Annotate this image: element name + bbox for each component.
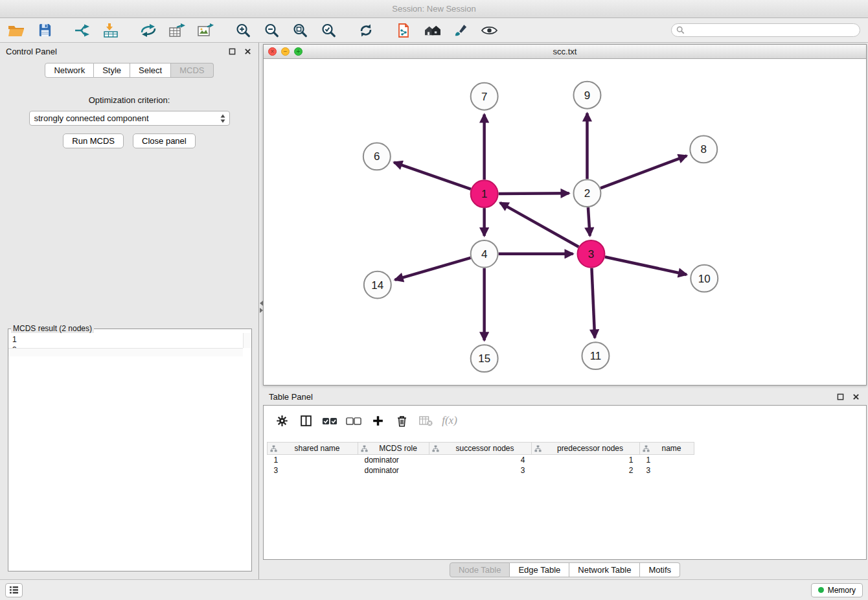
minimize-window-icon[interactable]: − — [281, 47, 290, 56]
graph-node-7[interactable]: 7 — [471, 83, 498, 110]
graph-node-9[interactable]: 9 — [573, 82, 600, 109]
table-cell[interactable]: 3 — [268, 465, 358, 476]
import-network-button[interactable] — [71, 21, 93, 40]
edge-1-6[interactable] — [394, 163, 471, 189]
graph-node-10[interactable]: 10 — [691, 265, 718, 292]
tab-network-table[interactable]: Network Table — [569, 562, 640, 577]
apply-layout-button[interactable] — [355, 21, 377, 40]
close-panel-button[interactable]: Close panel — [133, 133, 196, 148]
export-network-button[interactable] — [137, 21, 159, 40]
control-panel-header: Control Panel — [0, 43, 258, 60]
delete-table-button[interactable] — [417, 411, 435, 430]
table-cell[interactable]: 1 — [268, 455, 358, 465]
zoom-in-button[interactable] — [232, 21, 254, 40]
tab-mcds[interactable]: MCDS — [171, 63, 213, 78]
table-cell[interactable]: 3 — [429, 465, 532, 476]
table-cell[interactable]: 4 — [429, 455, 532, 465]
show-hide-button[interactable] — [478, 21, 500, 40]
graph-node-6[interactable]: 6 — [363, 143, 391, 170]
open-file-button[interactable] — [5, 21, 27, 40]
svg-text:3: 3 — [588, 248, 594, 260]
edge-3-11[interactable] — [591, 268, 595, 338]
import-table-button[interactable] — [100, 21, 122, 40]
unselect-all-columns-button[interactable] — [345, 411, 363, 430]
graph-node-14[interactable]: 14 — [364, 271, 391, 299]
column-header-successor-nodes[interactable]: successor nodes — [429, 443, 532, 455]
graph-node-8[interactable]: 8 — [690, 136, 717, 163]
right-workspace: × − + scc.txt 79681243141015 — [259, 43, 868, 579]
panel-selector-button[interactable] — [5, 583, 23, 597]
svg-text:14: 14 — [371, 279, 383, 292]
tab-node-table[interactable]: Node Table — [450, 562, 510, 577]
close-window-icon[interactable]: × — [268, 47, 277, 56]
graph-node-4[interactable]: 4 — [471, 240, 498, 268]
memory-button[interactable]: Memory — [811, 583, 863, 597]
network-document-icon — [396, 23, 411, 38]
tab-style[interactable]: Style — [94, 63, 130, 78]
table-panel-float-button[interactable] — [835, 391, 845, 402]
edge-1-2[interactable] — [499, 193, 569, 194]
table-settings-button[interactable] — [273, 411, 291, 430]
table-cell[interactable]: dominator — [358, 465, 429, 476]
tab-motifs[interactable]: Motifs — [640, 562, 680, 577]
table-cell[interactable]: 3 — [640, 465, 694, 476]
tab-edge-table[interactable]: Edge Table — [510, 562, 569, 577]
network-canvas[interactable]: 7968124314101511 — [264, 59, 866, 385]
table-row[interactable]: 1dominator411 — [268, 455, 694, 465]
edge-4-14[interactable] — [395, 258, 471, 280]
edge-2-8[interactable] — [600, 156, 687, 188]
network-window-titlebar[interactable]: × − + scc.txt — [264, 45, 866, 59]
mcds-buttons-row: Run MCDS Close panel — [63, 133, 195, 148]
optimization-criterion-select[interactable]: strongly connected component — [29, 111, 230, 126]
graph-node-2[interactable]: 2 — [573, 179, 600, 207]
plus-icon — [372, 415, 384, 427]
float-window-icon — [229, 48, 236, 55]
selected-option-label: strongly connected component — [34, 113, 149, 123]
table-cell[interactable]: dominator — [358, 455, 429, 465]
network-graph[interactable]: 7968124314101511 — [264, 59, 866, 385]
tab-select[interactable]: Select — [130, 63, 171, 78]
delete-column-button[interactable] — [393, 411, 411, 430]
export-image-button[interactable] — [194, 21, 216, 40]
graph-node-3[interactable]: 3 — [577, 240, 604, 268]
zoom-window-icon[interactable]: + — [294, 47, 303, 56]
control-panel-close-button[interactable] — [242, 46, 253, 56]
zoom-selected-button[interactable] — [317, 21, 339, 40]
save-icon — [38, 23, 52, 38]
add-column-button[interactable] — [369, 411, 387, 430]
open-session-button[interactable] — [393, 21, 415, 40]
column-header-name[interactable]: name — [640, 443, 694, 455]
export-table-button[interactable] — [166, 21, 188, 40]
network-window-title: scc.txt — [264, 47, 866, 56]
tab-network[interactable]: Network — [45, 63, 94, 78]
table-panel-close-button[interactable] — [851, 391, 861, 402]
column-header-predecessor-nodes[interactable]: predecessor nodes — [532, 443, 640, 455]
graph-node-1[interactable]: 1 — [471, 180, 498, 207]
function-builder-button[interactable]: f(x) — [440, 411, 459, 430]
table-cell[interactable]: 1 — [532, 455, 640, 465]
edge-2-3[interactable] — [588, 207, 590, 236]
panel-splitter-handle[interactable] — [259, 301, 263, 314]
run-mcds-button[interactable]: Run MCDS — [63, 133, 124, 148]
zoom-fit-button[interactable] — [289, 21, 311, 40]
edge-3-1[interactable] — [500, 203, 578, 247]
zoom-out-button[interactable] — [260, 21, 282, 40]
horizontal-scrollbar[interactable] — [8, 348, 243, 356]
save-session-button[interactable] — [34, 21, 56, 40]
table-row[interactable]: 3dominator323 — [268, 465, 694, 476]
select-all-columns-button[interactable] — [321, 411, 339, 430]
zoom-fit-icon — [292, 23, 308, 38]
show-columns-button[interactable] — [297, 411, 315, 430]
table-cell[interactable]: 1 — [640, 455, 694, 465]
table-cell[interactable]: 2 — [532, 465, 640, 476]
column-header-shared-name[interactable]: shared name — [268, 443, 358, 455]
control-panel-float-button[interactable] — [227, 46, 237, 56]
column-header-mcds-role[interactable]: MCDS role — [358, 443, 429, 455]
graph-node-11[interactable]: 11 — [582, 342, 609, 369]
search-input[interactable] — [671, 23, 860, 37]
vertical-scrollbar[interactable] — [243, 333, 251, 348]
graph-node-15[interactable]: 15 — [471, 345, 498, 372]
edge-3-10[interactable] — [605, 257, 687, 274]
home-button[interactable] — [421, 21, 443, 40]
style-button[interactable] — [450, 21, 472, 40]
